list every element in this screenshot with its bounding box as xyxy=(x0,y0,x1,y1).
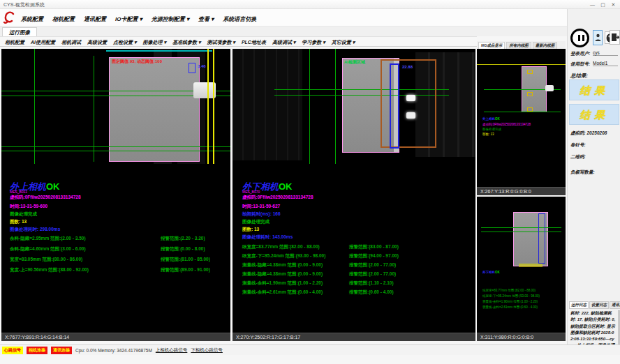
user-icon xyxy=(595,33,601,42)
menu-light-config[interactable]: 光源控制配置 ▾ xyxy=(152,15,189,23)
close-button[interactable]: ✕ xyxy=(608,1,619,8)
app-window: CYS-视觉检测系统 — ▢ ✕ 系统配置 相机配置 通讯配置 IO卡配置 ▾ … xyxy=(0,0,620,364)
middle-time-line: 时间:13-31-59-627 xyxy=(242,204,280,210)
threshold-overlay-label: 固定阈值:93, 动态阈值:100 xyxy=(112,59,162,65)
logout-button[interactable] xyxy=(610,30,620,45)
alarm-range: 报警范围:(2.20 - 3.20) xyxy=(161,236,205,242)
preview-bottom-row: 纸宽度-下=95.24mm 范围:(93.00 - 98.00) xyxy=(482,294,540,298)
measure-marker-box xyxy=(390,63,399,149)
edge-guide-line xyxy=(207,49,209,164)
menu-camera-config[interactable]: 相机配置 xyxy=(52,15,75,23)
log-tab-run[interactable]: 运行日志 xyxy=(569,301,589,309)
virtual-code-field: 虚拟码: 20250208 xyxy=(570,130,607,137)
vertical-guide-line xyxy=(335,49,336,164)
baseline-line xyxy=(484,112,561,112)
tool-learn-param[interactable]: 学习参数 ▾ xyxy=(302,39,325,46)
operator-login-button[interactable] xyxy=(593,30,603,45)
preview-tab-all[interactable]: 所有内线图 xyxy=(506,42,531,49)
camera-conn-badge[interactable]: 相机连接 xyxy=(27,347,47,354)
tool-camera-debug[interactable]: 相机调试 xyxy=(61,39,81,46)
tool-plc-address[interactable]: PLC地址表 xyxy=(242,39,266,46)
window-title: CYS-视觉检测系统 xyxy=(3,1,45,8)
lower-camera-heartbeat-link[interactable]: 下相机心跳信号 xyxy=(191,347,223,354)
tool-testitem-param[interactable]: 测试项参数 ▾ xyxy=(207,39,235,46)
login-user-value[interactable]: cys xyxy=(593,50,618,56)
preview-tab-latest[interactable]: 最新内线图 xyxy=(533,42,558,49)
measurement-row: 测量线-余料=2.61mm 范围:(0.60 - 4.00) xyxy=(242,289,323,296)
alarm-range: 报警范围:(81.00 - 85.00) xyxy=(161,257,210,263)
tool-spotcheck-set[interactable]: 点检设置 ▾ xyxy=(113,39,136,46)
vertical-guide-line xyxy=(34,49,35,164)
model-value[interactable]: Model1 xyxy=(593,61,618,66)
preview-tab-strip: NG成品显示 所有内线图 最新内线图 xyxy=(477,41,566,49)
menu-system-config[interactable]: 系统配置 xyxy=(21,15,43,23)
teal-guide-line xyxy=(106,50,212,52)
comm-conn-badge[interactable]: 通讯连接 xyxy=(51,347,72,354)
middle-camera-panel: AI检测区域 22.88 外下相机OK MES_B070 虚拟码:0Ffiiw2… xyxy=(232,49,475,341)
edge-guide-line xyxy=(477,64,566,65)
preview-marker xyxy=(527,92,533,96)
bright-spot xyxy=(406,95,415,101)
menu-comm-config[interactable]: 通讯配置 xyxy=(84,15,106,23)
tool-baseline-param[interactable]: 基准线参数 ▾ xyxy=(172,39,200,46)
preview-top-line: 虚拟码:0Ffiiw20250208133134728 xyxy=(482,123,531,126)
pause-button[interactable] xyxy=(570,29,589,47)
maximize-button[interactable]: ▢ xyxy=(598,1,608,8)
machine-structure xyxy=(232,49,302,160)
heartbeat-badge[interactable]: 心跳信号 xyxy=(2,347,23,354)
upper-camera-heartbeat-link[interactable]: 上相机心跳信号 xyxy=(156,347,188,354)
negative-write-count-label: 负极写数量: xyxy=(570,169,595,176)
measurement-row: 余料-隐藏=2.95mm 范围:(2.00 - 3.50) xyxy=(10,236,86,242)
tool-advanced-set[interactable]: 高级设置 xyxy=(87,39,107,46)
left-time-line: 时间:13-31-59-600 xyxy=(10,204,47,210)
alarm-range: 报警范围:(94.00 - 97.00) xyxy=(349,253,399,259)
tool-ai-config[interactable]: AI使用配置 xyxy=(31,39,55,46)
preview-marker xyxy=(519,264,542,267)
measure-marker-box xyxy=(538,213,545,264)
preview-top-line: 图像处理完成 xyxy=(482,128,501,131)
measurement-row: 测量线-隐藏=4.38mm 范围:(0.00 - 9.00) xyxy=(242,271,323,278)
status-bar: 心跳信号 相机连接 通讯连接 Cpu: 0.0% Memory: 3424.41… xyxy=(0,344,620,355)
left-camera-image: 固定阈值:93, 动态阈值:100 3.46 xyxy=(1,49,230,164)
exit-door-icon xyxy=(611,33,619,42)
preview-top-panel: 外上相机OK 虚拟码:0Ffiiw20250208133134728 图像处理完… xyxy=(477,49,566,187)
tab-run-image[interactable]: 运行图像 xyxy=(2,27,37,37)
baseline-line xyxy=(481,232,561,232)
tool-advanced-debug[interactable]: 高级调试 ▾ xyxy=(272,39,295,46)
right-control-panel: 登录用户: cys 使用型号: Model1 总结果: 结果 结果 虚拟码: 2… xyxy=(567,9,620,344)
tool-camera-config[interactable]: 相机配置 xyxy=(5,39,24,46)
middle-camera-result: OK xyxy=(279,181,293,192)
toolbar: 相机配置 AI使用配置 相机调试 高级设置 点检设置 ▾ 图像处理 ▾ 基准线参… xyxy=(0,36,477,47)
pause-icon xyxy=(582,35,584,41)
log-tab-set[interactable]: 设置日志 xyxy=(589,301,609,309)
baseline-line xyxy=(481,227,561,228)
middle-frames-line: 图数: 13 xyxy=(242,227,259,233)
tool-image-process[interactable]: 图像处理 ▾ xyxy=(142,39,165,46)
title-bar: CYS-视觉检测系统 — ▢ ✕ xyxy=(0,0,620,9)
menu-view[interactable]: 查看 ▾ xyxy=(198,15,214,23)
app-logo-icon xyxy=(3,10,17,24)
measure-marker-box xyxy=(189,63,195,73)
tool-other-set[interactable]: 其它设置 ▾ xyxy=(332,39,355,46)
menu-io-config[interactable]: IO卡配置 ▾ xyxy=(115,15,142,23)
ai-region-label: AI检测区域 xyxy=(344,59,365,66)
bright-spot xyxy=(406,112,415,119)
result-display-top: 结果 xyxy=(569,79,619,100)
minimize-button[interactable]: — xyxy=(587,1,598,8)
alarm-range: 报警范围:(1.10 - 2.10) xyxy=(349,280,394,287)
alarm-range: 报警范围:(0.00 - 8.00) xyxy=(161,246,205,252)
log-tab-comm[interactable]: 通讯日志 xyxy=(610,301,620,309)
pin-number-label: 卷针号: xyxy=(570,142,586,149)
alarm-range: 报警范围:(2.00 - 77.00) xyxy=(349,262,396,268)
vertical-guide-line xyxy=(94,56,94,162)
preview-top-line: 图数: 13 xyxy=(482,132,494,136)
preview-tab-ng[interactable]: NG成品显示 xyxy=(478,42,505,49)
left-camera-result: OK xyxy=(46,181,60,192)
preview-bottom-row: 纸宽度=83.77mm 范围:(82.00 - 88.00) xyxy=(482,289,536,292)
alarm-range: 报警范围:(89.00 - 91.00) xyxy=(161,267,210,273)
baseline-line xyxy=(1,151,230,151)
left-pixel-readout: X:7677:Y:891:R:14:G:14:B:14 xyxy=(1,333,230,341)
preview-marker xyxy=(527,70,533,74)
alarm-range: 报警范围:(83.00 - 87.00) xyxy=(349,244,399,250)
menu-language-switch[interactable]: 系统语言切换 xyxy=(223,15,256,23)
